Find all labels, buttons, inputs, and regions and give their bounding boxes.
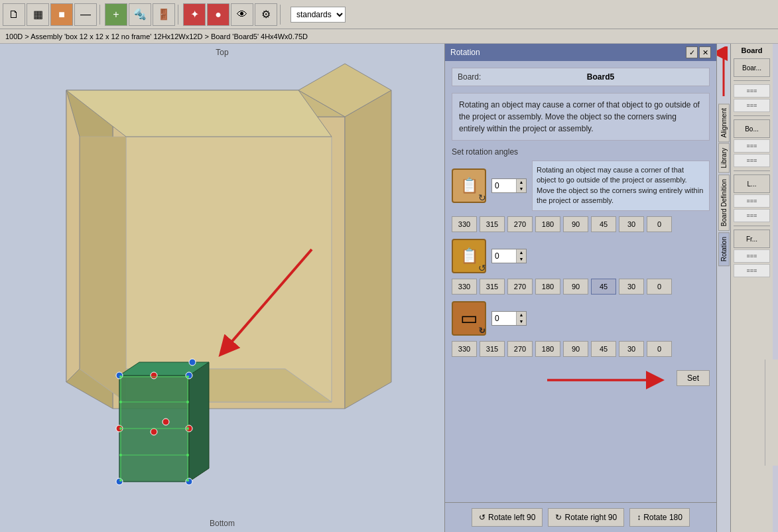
rotation-close-button[interactable]: ✕	[699, 46, 711, 58]
far-right-board-btn[interactable]: Boar...	[734, 58, 770, 77]
angle-spinner-1: ▲ ▼	[516, 179, 526, 192]
svg-point-20	[151, 429, 157, 435]
angle-btn-270-r2[interactable]: 270	[507, 279, 533, 295]
angle-btn-90-r3[interactable]: 90	[563, 341, 588, 357]
angle-btn-330-r1[interactable]: 330	[452, 216, 477, 232]
divider-4	[734, 226, 770, 226]
angle-btn-180-r1[interactable]: 180	[535, 216, 560, 232]
rotate-left-icon: ↺	[479, 513, 486, 522]
angle-btn-315-r1[interactable]: 315	[480, 216, 505, 232]
angle-spinner-2: ▲ ▼	[516, 249, 526, 263]
rotation-row-3: ▭ ↻ ▲ ▼	[452, 301, 710, 336]
svg-point-15	[116, 478, 123, 485]
angle-down-2[interactable]: ▼	[517, 256, 526, 263]
right-tabs: Alignment Library Board Definition Rotat…	[716, 44, 730, 532]
angle-up-2[interactable]: ▲	[517, 249, 526, 256]
tab-board-definition[interactable]: Board Definition	[718, 174, 730, 231]
angle-btn-0-r1[interactable]: 0	[647, 216, 672, 232]
angle-btn-90-r2[interactable]: 90	[563, 279, 588, 295]
angle-btn-30-r1[interactable]: 30	[619, 216, 644, 232]
connector-button[interactable]: 🔩	[129, 3, 151, 26]
far-right-mini-2: ≡≡≡	[734, 99, 770, 112]
rotation-info-text: Rotating an object may cause a corner of…	[459, 100, 700, 133]
view-button[interactable]: 👁	[231, 3, 253, 26]
far-right-fr-btn[interactable]: Fr...	[734, 230, 770, 248]
far-right-bo-btn[interactable]: Bo...	[734, 119, 770, 138]
rotate-180-button[interactable]: ↕ Rotate 180	[629, 508, 690, 527]
rotation-bottom-buttons: ↺ Rotate left 90 ↻ Rotate right 90 ↕ Rot…	[445, 502, 716, 532]
add-button[interactable]: +	[105, 3, 127, 26]
rotate-180-icon: ↕	[637, 513, 641, 522]
angle-input-group-3: ▲ ▼	[491, 311, 527, 326]
separator3	[280, 5, 283, 25]
angle-input-3[interactable]	[492, 312, 516, 325]
svg-marker-7	[80, 137, 126, 402]
angle-btn-270-r3[interactable]: 270	[507, 341, 533, 357]
rotate-right-label: Rotate right 90	[564, 513, 617, 522]
angle-input-1[interactable]	[492, 179, 516, 192]
rotation-confirm-button[interactable]: ✓	[686, 46, 698, 58]
tab-rotation[interactable]: Rotation	[718, 232, 730, 266]
tab-library[interactable]: Library	[718, 143, 730, 173]
angle-btn-330-r3[interactable]: 330	[452, 341, 477, 357]
set-button-row: Set	[452, 364, 710, 397]
far-right-title: Board	[742, 46, 763, 54]
viewport[interactable]: Top	[0, 44, 444, 532]
angle-up-1[interactable]: ▲	[517, 179, 526, 186]
angle-btn-330-r2[interactable]: 330	[452, 279, 477, 295]
rotation-info-inline: Rotating an object may cause a corner of…	[532, 161, 710, 211]
angle-btn-315-r3[interactable]: 315	[480, 341, 505, 357]
cut-button[interactable]: ✦	[183, 3, 206, 26]
angle-btn-180-r3[interactable]: 180	[535, 341, 560, 357]
grid-button[interactable]: ▦	[27, 3, 49, 26]
divider-3	[734, 170, 770, 171]
pin-button[interactable]: ●	[207, 3, 229, 26]
new-button[interactable]: 🗋	[3, 3, 25, 26]
box-button[interactable]: ■	[50, 3, 73, 26]
breadcrumb: 100D > Assembly 'box 12 x 12 x 12 no fra…	[0, 29, 778, 44]
angle-down-1[interactable]: ▼	[517, 186, 526, 192]
angle-btn-0-r3[interactable]: 0	[647, 341, 672, 357]
svg-point-13	[116, 372, 123, 379]
angle-btn-45-r2[interactable]: 45	[591, 279, 616, 295]
far-right-l-btn[interactable]: L...	[734, 174, 770, 193]
board-value: Board5	[497, 72, 704, 82]
angle-btn-0-r2[interactable]: 0	[647, 279, 672, 295]
rotation-info-box: Rotating an object may cause a corner of…	[452, 93, 710, 141]
angle-buttons-row-3: 330 315 270 180 90 45 30 0	[452, 341, 710, 357]
separator2	[178, 5, 180, 25]
angle-btn-30-r2[interactable]: 30	[619, 279, 644, 295]
svg-point-22	[189, 359, 196, 366]
board-label: Board:	[458, 72, 497, 82]
settings-button[interactable]: ⚙	[255, 3, 277, 26]
board-h-button[interactable]: —	[74, 3, 97, 26]
standards-dropdown[interactable]: standards metric imperial	[291, 7, 346, 23]
angle-btn-180-r2[interactable]: 180	[535, 279, 560, 295]
angle-btn-270-r1[interactable]: 270	[507, 216, 533, 232]
angle-btn-315-r2[interactable]: 315	[480, 279, 505, 295]
svg-point-14	[186, 372, 192, 379]
rotation-icon-1: 📋	[452, 168, 486, 203]
rotate-left-90-button[interactable]: ↺ Rotate left 90	[472, 508, 543, 527]
right-tabs-arrow	[717, 46, 730, 100]
rotate-right-90-button[interactable]: ↻ Rotate right 90	[548, 508, 624, 527]
far-right-mini-7: ≡≡≡	[734, 249, 770, 263]
board-info-row: Board: Board5	[452, 68, 710, 86]
viewport-bottom-label: Bottom	[210, 519, 235, 528]
rotation-content: Board: Board5 Rotating an object may cau…	[445, 61, 716, 502]
door-button[interactable]: 🚪	[153, 3, 175, 26]
angle-up-3[interactable]: ▲	[517, 312, 526, 318]
angle-input-group-2: ▲ ▼	[491, 249, 527, 263]
divider-1	[734, 80, 770, 81]
rotation-row-1: 📋 ▲ ▼ Rotating an object may cause a cor…	[452, 161, 710, 211]
angle-input-2[interactable]	[492, 249, 516, 263]
angle-btn-45-r1[interactable]: 45	[591, 216, 616, 232]
tab-alignment[interactable]: Alignment	[718, 103, 730, 142]
angle-btn-90-r1[interactable]: 90	[563, 216, 588, 232]
angle-btn-45-r3[interactable]: 45	[591, 341, 616, 357]
angle-input-group-1: ▲ ▼	[491, 178, 527, 193]
set-button[interactable]: Set	[677, 370, 710, 386]
angle-btn-30-r3[interactable]: 30	[619, 341, 644, 357]
angle-down-3[interactable]: ▼	[517, 318, 526, 325]
svg-point-21	[162, 419, 169, 425]
